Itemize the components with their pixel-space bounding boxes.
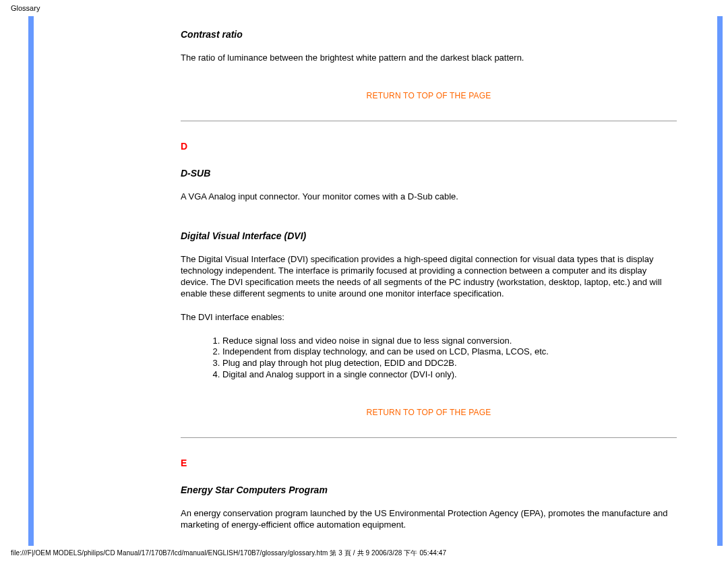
section-letter-d: D	[181, 140, 677, 152]
dvi-enables-intro: The DVI interface enables:	[181, 312, 677, 323]
return-to-top-link[interactable]: RETURN TO TOP OF THE PAGE	[181, 408, 677, 418]
footer-path: file:///F|/OEM MODELS/philips/CD Manual/…	[11, 549, 446, 558]
page-label: Glossary	[11, 4, 40, 12]
dvi-list-item: Independent from display technology, and…	[222, 346, 677, 358]
dvi-list: Reduce signal loss and video noise in si…	[181, 336, 677, 381]
term-title-contrast: Contrast ratio	[181, 28, 677, 40]
return-to-top-link[interactable]: RETURN TO TOP OF THE PAGE	[181, 91, 677, 102]
page-frame: Contrast ratio The ratio of luminance be…	[28, 16, 723, 546]
right-sidebar-stripe	[717, 16, 723, 546]
term-body-energystar: An energy conservation program launched …	[181, 508, 677, 531]
separator	[181, 437, 677, 438]
term-title-energystar: Energy Star Computers Program	[181, 484, 677, 496]
dvi-list-item: Reduce signal loss and video noise in si…	[222, 336, 677, 347]
section-letter-e: E	[181, 457, 677, 469]
term-title-dsub: D-SUB	[181, 167, 677, 179]
term-body-contrast: The ratio of luminance between the brigh…	[181, 53, 677, 64]
term-body-dsub: A VGA Analog input connector. Your monit…	[181, 191, 677, 203]
term-body-dvi: The Digital Visual Interface (DVI) speci…	[181, 254, 677, 300]
term-title-dvi: Digital Visual Interface (DVI)	[181, 230, 677, 242]
dvi-list-item: Plug and play through hot plug detection…	[222, 358, 677, 369]
separator	[181, 121, 677, 121]
left-sidebar-stripe	[28, 16, 34, 546]
content-background: Contrast ratio The ratio of luminance be…	[34, 16, 717, 546]
dvi-list-item: Digital and Analog support in a single c…	[222, 369, 677, 381]
glossary-content: Contrast ratio The ratio of luminance be…	[34, 16, 717, 546]
